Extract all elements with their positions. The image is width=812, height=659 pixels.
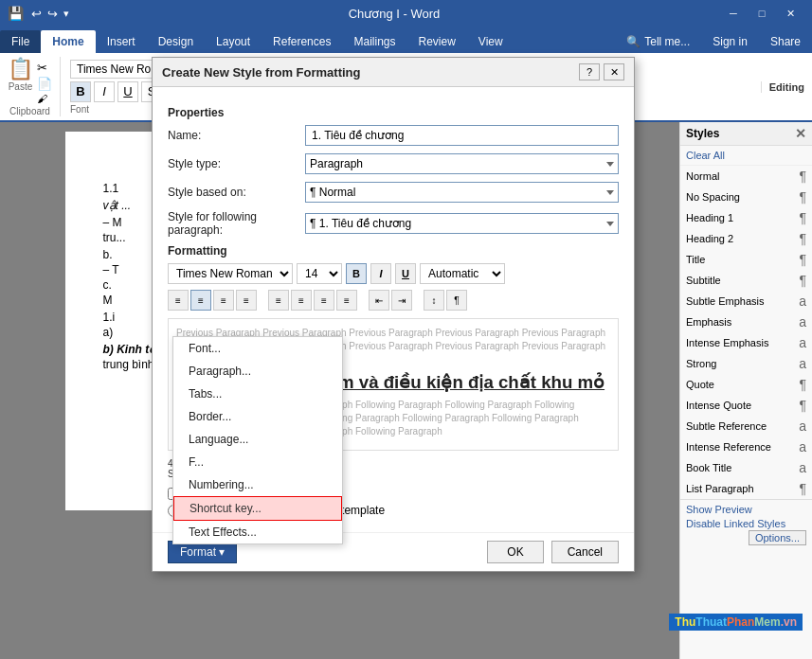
format-toolbar: Times New Roman 14 B I U Automatic	[168, 263, 619, 284]
style-following-select[interactable]: ¶ 1. Tiêu đề chương	[305, 213, 619, 234]
ok-btn[interactable]: OK	[487, 541, 543, 563]
style-type-label: Style type:	[168, 157, 305, 170]
font-size-select[interactable]: 14	[297, 263, 342, 284]
align-right-btn[interactable]: ≡	[213, 290, 234, 311]
format-context-menu: Font... Paragraph... Tabs... Border... L…	[172, 336, 343, 544]
menu-shortcut-key[interactable]: Shortcut key...	[173, 496, 342, 521]
menu-text-effects[interactable]: Text Effects...	[173, 521, 342, 543]
menu-font[interactable]: Font...	[173, 337, 342, 360]
menu-numbering[interactable]: Numbering...	[173, 473, 342, 496]
menu-tabs[interactable]: Tabs...	[173, 383, 342, 405]
dialog-overlay: Create New Style from Formatting ? ✕ Pro…	[0, 0, 812, 659]
dialog-help-btn[interactable]: ?	[579, 63, 600, 80]
align-justify-btn[interactable]: ≡	[236, 290, 257, 311]
name-label: Name:	[168, 129, 305, 142]
color-select[interactable]: Automatic	[420, 263, 505, 284]
menu-paragraph[interactable]: Paragraph...	[173, 360, 342, 383]
indent-increase-btn[interactable]: ⇥	[391, 290, 412, 311]
dialog-title: Create New Style from Formatting	[162, 65, 361, 80]
align-center-btn[interactable]: ≡	[190, 290, 211, 311]
name-input[interactable]	[305, 125, 619, 146]
italic-format-btn[interactable]: I	[370, 263, 391, 284]
style-following-label: Style for following paragraph:	[168, 210, 305, 237]
name-row: Name:	[168, 125, 619, 146]
properties-section-title: Properties	[168, 106, 619, 119]
menu-frame[interactable]: F...	[173, 451, 342, 473]
dialog-action-btns: OK Cancel	[487, 541, 619, 563]
menu-language[interactable]: Language...	[173, 428, 342, 451]
menu-border[interactable]: Border...	[173, 405, 342, 428]
formatting-section-title: Formatting	[168, 244, 619, 258]
style-type-row: Style type: Paragraph	[168, 153, 619, 174]
style-based-select[interactable]: ¶ Normal	[305, 182, 619, 203]
align-justify2-btn[interactable]: ≡	[336, 290, 357, 311]
para-spacing-btn[interactable]: ¶	[446, 290, 467, 311]
indent-decrease-btn[interactable]: ⇤	[369, 290, 389, 311]
style-type-select[interactable]: Paragraph	[305, 153, 619, 174]
align-right2-btn[interactable]: ≡	[314, 290, 334, 311]
dialog-close-btn[interactable]: ✕	[604, 63, 624, 80]
dialog-controls: ? ✕	[579, 63, 624, 80]
cancel-btn[interactable]: Cancel	[551, 541, 619, 563]
style-following-row: Style for following paragraph: ¶ 1. Tiêu…	[168, 210, 619, 237]
align-left-btn[interactable]: ≡	[168, 290, 189, 311]
style-based-row: Style based on: ¶ Normal	[168, 182, 619, 203]
underline-format-btn[interactable]: U	[395, 263, 416, 284]
font-select[interactable]: Times New Roman	[168, 263, 293, 284]
dialog-title-bar: Create New Style from Formatting ? ✕	[153, 58, 634, 87]
align-toolbar: ≡ ≡ ≡ ≡ ≡ ≡ ≡ ≡ ⇤ ⇥ ↕ ¶	[168, 290, 619, 311]
bold-format-btn[interactable]: B	[346, 263, 367, 284]
align-center2-btn[interactable]: ≡	[291, 290, 312, 311]
align-left2-btn[interactable]: ≡	[268, 290, 289, 311]
line-spacing-btn[interactable]: ↕	[424, 290, 444, 311]
style-based-label: Style based on:	[168, 186, 305, 199]
